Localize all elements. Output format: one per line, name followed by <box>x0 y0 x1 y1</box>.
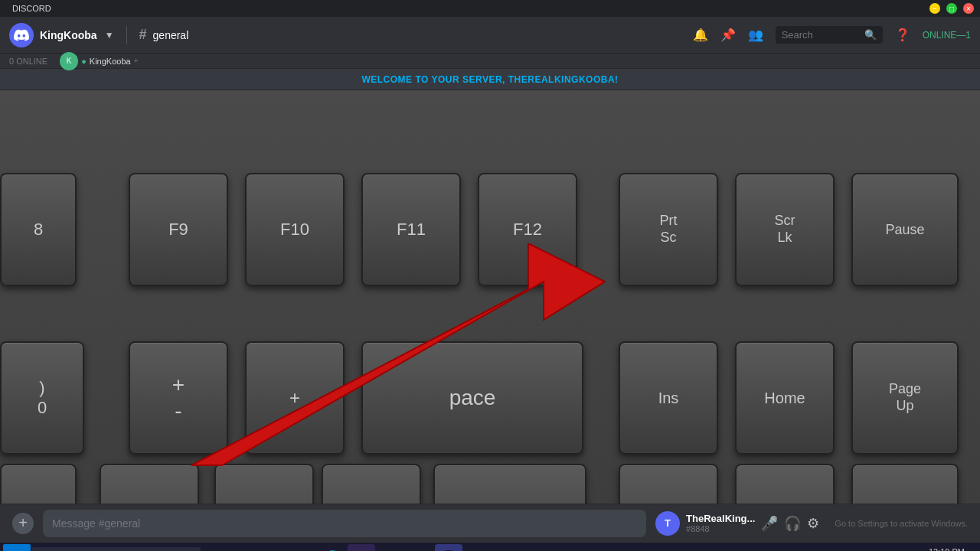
taskbar-app-mail[interactable]: ✉ <box>289 544 317 552</box>
channel-hash-icon: # <box>139 27 147 43</box>
key-8-partial: 8 <box>0 173 77 286</box>
search-icon: 🔍 <box>864 29 877 41</box>
key-0: ) 0 <box>0 341 84 455</box>
main-content: 8 F9 F10 F11 F12 Prt Sc Scr Lk Pau <box>0 90 980 504</box>
bottom-bar: + Message #general T TheRealKing... #884… <box>0 504 980 542</box>
key-del: Del <box>619 464 718 504</box>
taskbar-app-explorer[interactable]: 📁 <box>202 544 230 552</box>
channel-name[interactable]: general <box>153 29 189 41</box>
taskbar: 🔍 Type here to search 🎤 📁 📂 🛡 ✉ 🌐 💜 🎮 ♟ … <box>0 542 980 551</box>
add-file-button[interactable]: + <box>12 513 34 534</box>
time-display: 12:19 PM <box>927 546 965 551</box>
taskbar-app-twitch[interactable]: 💜 <box>348 544 375 552</box>
taskbar-right: ▲ 🌐 🔊 ⚡ 12:19 PM 4/23/2019 ▯ <box>865 546 977 551</box>
nav-icons: 🔔 📌 👥 Search 🔍 ❓ ONLINE—1 <box>693 26 971 44</box>
taskbar-app-game1[interactable]: 🎮 <box>377 544 404 552</box>
start-button[interactable] <box>3 544 31 552</box>
taskbar-app-edge[interactable]: 🌐 <box>318 544 346 552</box>
user-avatar: T <box>655 511 680 536</box>
user-name: TheRealKing... <box>686 513 755 524</box>
taskbar-time: 12:19 PM 4/23/2019 <box>927 546 965 551</box>
taskbar-app-defender[interactable]: 🛡 <box>260 544 288 552</box>
red-arrow <box>176 243 620 473</box>
discord-logo <box>9 23 34 47</box>
taskbar-app-files[interactable]: 📂 <box>231 544 259 552</box>
app-title: DISCORD <box>6 4 51 13</box>
minimize-button[interactable]: − <box>929 3 940 14</box>
taskbar-app-discord[interactable]: 💬 <box>435 544 462 552</box>
svg-marker-1 <box>191 243 605 465</box>
member-add-icon[interactable]: + <box>134 57 139 65</box>
user-info: TheRealKing... #8848 <box>686 513 755 533</box>
message-placeholder: Message #general <box>52 517 140 530</box>
mic-icon[interactable]: 🎤 <box>761 515 778 532</box>
search-placeholder: Search <box>782 29 813 41</box>
key-prtsc: Prt Sc <box>619 173 718 286</box>
members-icon[interactable]: 👥 <box>748 28 763 42</box>
headset-icon[interactable]: 🎧 <box>784 515 801 532</box>
key-pgdn: Page Down <box>851 464 959 504</box>
member-avatar: K <box>60 52 78 70</box>
user-tag: #8848 <box>686 524 755 533</box>
key-home: Home <box>735 341 835 455</box>
welcome-bar: WELCOME TO YOUR SERVER, THEREALKINGKOOBA… <box>0 69 980 90</box>
help-icon[interactable]: ❓ <box>895 28 910 42</box>
key-end: End <box>735 464 835 504</box>
search-box[interactable]: Search 🔍 <box>776 26 883 44</box>
key-ins: Ins <box>619 341 718 455</box>
server-name[interactable]: KingKooba <box>40 29 97 41</box>
member-controls: T TheRealKing... #8848 🎤 🎧 ⚙ <box>655 511 819 536</box>
key-d-partial: D <box>0 464 77 504</box>
notifications-icon[interactable]: 🔔 <box>693 28 708 42</box>
online-status: ONLINE—1 <box>923 30 971 41</box>
key-pause: Pause <box>851 173 959 286</box>
nav-bar: KingKooba ▼ # general 🔔 📌 👥 Search 🔍 ❓ O… <box>0 17 980 54</box>
keyboard-background: 8 F9 F10 F11 F12 Prt Sc Scr Lk Pau <box>0 90 980 504</box>
settings-icon[interactable]: ⚙ <box>807 515 819 532</box>
members-bar: 0 ONLINE K ● KingKooba + <box>0 54 980 69</box>
member-name: KingKooba <box>90 57 131 66</box>
welcome-text: WELCOME TO YOUR SERVER, THEREALKINGKOOBA… <box>361 74 618 85</box>
member-list: K ● KingKooba + <box>60 52 138 70</box>
activate-windows-text: Go to Settings to activate Windows. <box>835 519 968 528</box>
taskbar-app-steam[interactable]: ♟ <box>406 544 433 552</box>
key-pgup: Page Up <box>851 341 959 455</box>
titlebar: DISCORD − □ × <box>0 0 980 17</box>
pin-icon[interactable]: 📌 <box>720 28 736 42</box>
members-count: 0 ONLINE <box>9 57 47 66</box>
key-scrlk: Scr Lk <box>735 173 835 286</box>
nav-separator <box>126 26 127 44</box>
message-input[interactable]: Message #general <box>43 510 646 537</box>
member-online-dot: ● <box>81 57 87 66</box>
taskbar-search[interactable]: 🔍 Type here to search 🎤 <box>32 547 201 552</box>
close-button[interactable]: × <box>963 3 974 14</box>
maximize-button[interactable]: □ <box>946 3 957 14</box>
server-dropdown-icon[interactable]: ▼ <box>105 30 114 41</box>
